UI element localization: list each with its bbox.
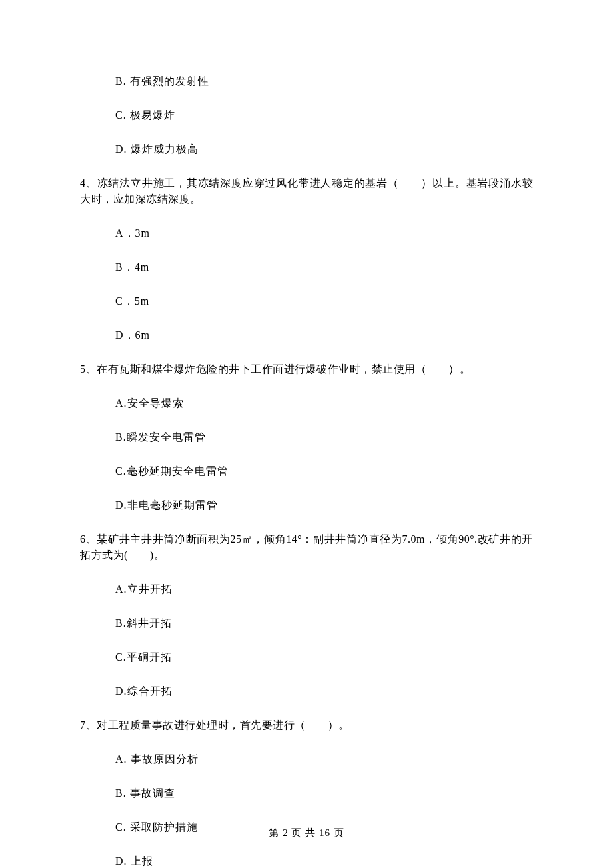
q6-question: 6、某矿井主井井筒净断面积为25㎡，倾角14°：副井井筒净直径为7.0m，倾角9… (80, 531, 533, 563)
q3-option-d: D. 爆炸威力极高 (80, 141, 533, 157)
q4-option-b: B．4m (80, 259, 533, 275)
q5-option-d: D.非电毫秒延期雷管 (80, 497, 533, 513)
q6-option-c: C.平硐开拓 (80, 649, 533, 665)
q6-option-b: B.斜井开拓 (80, 615, 533, 631)
q5-option-a: A.安全导爆索 (80, 395, 533, 411)
q4-option-d: D．6m (80, 327, 533, 343)
q7-option-a: A. 事故原因分析 (80, 751, 533, 767)
q7-question: 7、对工程质量事故进行处理时，首先要进行（ ）。 (80, 717, 533, 733)
page-footer: 第 2 页 共 16 页 (0, 825, 613, 841)
q5-option-b: B.瞬发安全电雷管 (80, 429, 533, 445)
q7-option-d: D. 上报 (80, 853, 533, 868)
q7-option-b: B. 事故调查 (80, 785, 533, 801)
q6-option-d: D.综合开拓 (80, 683, 533, 699)
q4-option-c: C．5m (80, 293, 533, 309)
q4-option-a: A．3m (80, 225, 533, 241)
q5-question: 5、在有瓦斯和煤尘爆炸危险的井下工作面进行爆破作业时，禁止使用（ ）。 (80, 361, 533, 377)
q3-option-b: B. 有强烈的发射性 (80, 73, 533, 89)
page-content: B. 有强烈的发射性 C. 极易爆炸 D. 爆炸威力极高 4、冻结法立井施工，其… (0, 0, 613, 868)
q5-option-c: C.毫秒延期安全电雷管 (80, 463, 533, 479)
q4-question: 4、冻结法立井施工，其冻结深度应穿过风化带进人稳定的基岩（ ）以上。基岩段涌水较… (80, 175, 533, 207)
q6-option-a: A.立井开拓 (80, 581, 533, 597)
q3-option-c: C. 极易爆炸 (80, 107, 533, 123)
